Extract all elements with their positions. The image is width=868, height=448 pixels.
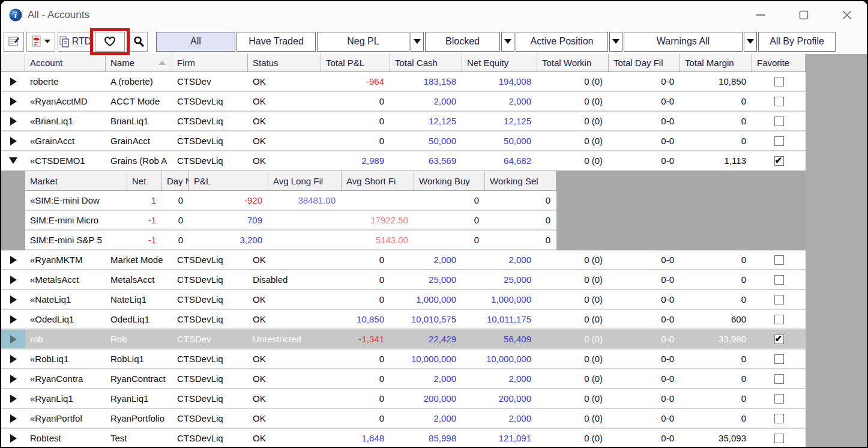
- row-expander[interactable]: [1, 151, 25, 170]
- favorites-heart-button[interactable]: [95, 32, 125, 52]
- minimize-button[interactable]: [747, 4, 774, 26]
- row-expander[interactable]: [1, 389, 25, 408]
- favorite-checkbox[interactable]: [774, 315, 784, 324]
- favorite-checkbox[interactable]: [774, 434, 784, 443]
- cell-total-pl: 0: [321, 250, 390, 269]
- filter-dropdown-neg-pl[interactable]: [411, 32, 424, 52]
- table-row[interactable]: «RyanPortfolRyanPortfolioCTSDevLiqOK02,0…: [1, 409, 806, 429]
- row-expander[interactable]: [1, 369, 25, 388]
- table-row[interactable]: «MetalsAcctMetalsAcctCTSDevLiqDisabled02…: [1, 270, 806, 290]
- table-row[interactable]: «RyanLiq1RyanLiq1CTSDevLiqOK0200,000200,…: [1, 389, 806, 409]
- filter-button-all[interactable]: All: [156, 32, 235, 52]
- row-expander[interactable]: [1, 72, 25, 91]
- cell-total-margin: 0: [680, 132, 752, 150]
- subtable-column-header-working-buy[interactable]: Working Buy: [414, 171, 485, 190]
- expand-arrow-icon: [10, 395, 17, 403]
- cell-net: -1: [127, 211, 162, 229]
- table-row[interactable]: «OdedLiq1OdedLiq1CTSDevLiqOK10,85010,010…: [1, 310, 806, 330]
- column-header-total-margin[interactable]: Total Margin: [680, 54, 752, 71]
- copy-rtd-button[interactable]: RTD: [58, 32, 92, 52]
- maximize-button[interactable]: [790, 4, 818, 26]
- favorite-checkbox[interactable]: [774, 295, 784, 304]
- subtable-column-header-day-n[interactable]: Day N: [162, 171, 189, 190]
- subtable-row[interactable]: «SIM:E-mini Dow10-92038481.0000: [25, 191, 556, 211]
- subtable-column-header-market[interactable]: Market: [25, 171, 127, 190]
- favorite-checkbox[interactable]: [774, 97, 784, 106]
- column-header-account[interactable]: Account: [25, 54, 106, 71]
- filter-dropdown-blocked[interactable]: [501, 32, 514, 52]
- subtable-column-header-avg-long-fil[interactable]: Avg Long Fil: [268, 171, 342, 190]
- row-expander[interactable]: [1, 350, 25, 368]
- column-header-firm[interactable]: Firm: [172, 54, 248, 71]
- table-row[interactable]: «RobLiq1RobLiq1CTSDevLiqOK010,000,00010,…: [1, 350, 806, 369]
- row-expander[interactable]: [1, 310, 25, 328]
- table-row[interactable]: «NateLiq1NateLiq1CTSDevLiqOK01,000,0001,…: [1, 290, 806, 310]
- favorite-checkbox[interactable]: [774, 275, 784, 285]
- cell-total-margin: 35,093: [680, 429, 752, 447]
- favorite-checkbox[interactable]: [774, 374, 784, 384]
- favorite-checkbox[interactable]: [774, 117, 784, 126]
- filter-button-all-by-profile[interactable]: All By Profile: [758, 32, 836, 52]
- filter-dropdown-active-position[interactable]: [609, 32, 622, 52]
- table-row[interactable]: «BrianLiq1BrianLiq1CTSDevLiqOK012,12512,…: [1, 112, 806, 132]
- filter-button-neg-pl[interactable]: Neg PL: [317, 32, 409, 52]
- table-row[interactable]: «RyanContraRyanContractCTSDevLiqOK02,000…: [1, 369, 806, 389]
- table-row[interactable]: «GrainAcctGrainAcctCTSDevLiqOK050,00050,…: [1, 132, 806, 151]
- table-row[interactable]: «RyanMKTMMarket ModeCTSDevLiqOK02,0002,0…: [1, 250, 806, 270]
- column-header-total-workin[interactable]: Total Workin: [537, 54, 609, 71]
- favorite-checkbox[interactable]: [774, 354, 784, 364]
- filter-button-have-traded[interactable]: Have Traded: [237, 32, 316, 52]
- filter-button-active-position[interactable]: Active Position: [516, 32, 608, 52]
- favorite-checkbox[interactable]: [774, 77, 784, 86]
- subtable-column-header-avg-short-fi[interactable]: Avg Short Fi: [342, 171, 414, 190]
- expand-arrow-icon: [10, 295, 17, 304]
- row-expander[interactable]: [1, 250, 25, 269]
- expand-arrow-icon: [10, 97, 17, 106]
- table-row[interactable]: robRobCTSDevUnrestricted-1,34122,42956,4…: [1, 330, 806, 350]
- table-row[interactable]: «RyanAcctMDACCT ModeCTSDevLiqOK02,0002,0…: [1, 92, 806, 112]
- row-expander[interactable]: [1, 429, 25, 447]
- properties-button[interactable]: [4, 32, 24, 52]
- table-row[interactable]: «CTSDEMO1Grains (Rob ACTSDevLiqOK2,98963…: [1, 151, 806, 171]
- column-header-total-cash[interactable]: Total Cash: [390, 54, 462, 71]
- cell-status: OK: [248, 132, 321, 150]
- favorite-checkbox[interactable]: [774, 394, 784, 404]
- column-header-name[interactable]: Name: [106, 54, 172, 71]
- column-header-net-equity[interactable]: Net Equity: [462, 54, 537, 71]
- column-header-status[interactable]: Status: [248, 54, 321, 71]
- subtable-row[interactable]: SIM:E-mini S&P 5-103,2005143.0000: [25, 231, 556, 250]
- row-expander[interactable]: [1, 112, 25, 130]
- table-row[interactable]: RobtestTestCTSDevLiqOK1,64885,998121,091…: [1, 429, 806, 448]
- cell-total-day-fill: 0-0: [609, 250, 680, 269]
- filter-button-warnings-all[interactable]: Warnings All: [624, 32, 743, 52]
- favorite-checkbox[interactable]: [774, 334, 784, 344]
- row-expander[interactable]: [1, 330, 25, 348]
- row-expander[interactable]: [1, 270, 25, 289]
- subtable-column-header-net[interactable]: Net: [127, 171, 162, 190]
- cell-net-equity: 2,000: [462, 409, 537, 428]
- cell-favorite: [752, 389, 806, 408]
- subtable-column-header-working-sel[interactable]: Working Sel: [485, 171, 556, 190]
- row-expander[interactable]: [1, 92, 25, 110]
- subtable-column-header-p-l[interactable]: P&L: [189, 171, 268, 190]
- pdf-export-button[interactable]: [26, 32, 55, 52]
- cell-name: GrainAcct: [106, 132, 172, 150]
- favorite-checkbox[interactable]: [774, 414, 784, 423]
- column-header-favorite[interactable]: Favorite: [752, 54, 806, 71]
- row-expander[interactable]: [1, 290, 25, 309]
- subtable-row[interactable]: SIM:E-mini Micro-1070917922.5000: [25, 211, 556, 231]
- filter-dropdown-warnings-all[interactable]: [744, 32, 757, 52]
- column-header-total-day-fil[interactable]: Total Day Fil: [609, 54, 680, 71]
- favorite-checkbox[interactable]: [774, 255, 784, 265]
- column-header-total-p-l[interactable]: Total P&L: [321, 54, 390, 71]
- favorite-checkbox[interactable]: [774, 156, 784, 166]
- row-expander[interactable]: [1, 409, 25, 428]
- close-button[interactable]: [833, 4, 861, 26]
- search-button[interactable]: [130, 32, 148, 52]
- filter-button-blocked[interactable]: Blocked: [425, 32, 500, 52]
- cell-status: OK: [248, 389, 321, 408]
- cell-name: ACCT Mode: [106, 92, 172, 110]
- row-expander[interactable]: [1, 132, 25, 150]
- table-row[interactable]: roberteA (roberte)CTSDevOK-964183,158194…: [1, 72, 806, 92]
- favorite-checkbox[interactable]: [774, 136, 784, 146]
